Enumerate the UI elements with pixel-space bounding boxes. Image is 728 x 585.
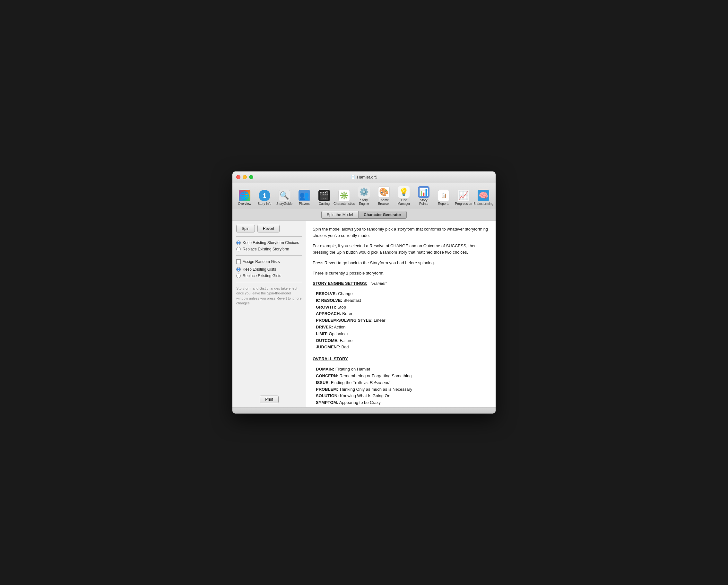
toolbar-theme-browser[interactable]: 🎨 Theme Browser [374, 185, 393, 207]
toolbar-story-points[interactable]: 📊 Story Points [414, 185, 433, 207]
characteristics-icon: ✳️ [338, 190, 350, 201]
revert-button[interactable]: Revert [257, 225, 280, 232]
toolbar-overview[interactable]: 🌐 Overview [235, 188, 254, 207]
gists-radio-group: Keep Existing Gists Replace Existing Gis… [236, 267, 302, 278]
overall-story-item: SOLUTION: Knowing What Is Going On [313, 393, 489, 400]
toolbar-characteristics[interactable]: ✳️ Characteristics [335, 188, 354, 207]
toolbar-story-engine[interactable]: ⚙️ Story Engine [354, 185, 374, 207]
help-text: Storyform and Gist changes take effect o… [236, 286, 302, 306]
players-label: Players [299, 202, 309, 205]
close-button[interactable] [236, 175, 240, 179]
maximize-button[interactable] [249, 175, 253, 179]
theme-browser-label: Theme Browser [377, 198, 391, 205]
story-engine-icon: ⚙️ [358, 186, 370, 198]
story-engine-item: DRIVER: Action [313, 324, 489, 331]
overall-story-header: OVERALL STORY [313, 356, 348, 361]
toolbar-story-guide[interactable]: 🔍 StoryGuide [275, 188, 294, 207]
intro-para-4: There is currently 1 possible storyform. [313, 270, 489, 276]
story-guide-label: StoryGuide [276, 202, 292, 205]
right-panel[interactable]: Spin the model allows you to randomly pi… [306, 221, 496, 407]
story-engine-item: APPROACH: Be-er [313, 310, 489, 317]
storyform-radio-group: Keep Existing Storyform Choices Replace … [236, 240, 302, 251]
main-toolbar: 🌐 Overview ℹ Story Info 🔍 StoryGuide 👥 P… [232, 183, 496, 209]
divider-2 [236, 255, 302, 256]
intro-para-2: For example, if you selected a Resolve o… [313, 243, 489, 256]
story-engine-label: Story Engine [357, 198, 371, 205]
overall-story-item: DOMAIN: Fixating on Hamlet [313, 366, 489, 373]
toolbar-gist-manager[interactable]: 💡 Gist Manager [394, 185, 413, 207]
spin-button[interactable]: Spin [236, 225, 255, 232]
keep-gists-radio[interactable] [236, 267, 241, 272]
gist-manager-icon: 💡 [398, 186, 410, 198]
window-title-text: Hamlet.dr5 [357, 175, 378, 179]
story-engine-header: STORY ENGINE SETTINGS: [313, 281, 367, 286]
progression-icon: 📈 [458, 190, 469, 201]
assign-random-gists-option[interactable]: Assign Random Gists [236, 259, 302, 264]
app-window: Hamlet.dr5 🌐 Overview ℹ Story Info 🔍 Sto… [232, 172, 496, 413]
keep-existing-radio[interactable] [236, 240, 241, 245]
toolbar-progression[interactable]: 📈 Progression [454, 188, 473, 207]
progression-label: Progression [455, 202, 472, 205]
story-engine-item: IC RESOLVE: Steadfast [313, 297, 489, 304]
intro-para-3: Press Revert to go back to the Storyform… [313, 260, 489, 266]
intro-para-1: Spin the model allows you to randomly pi… [313, 226, 489, 239]
main-content: Spin Revert Keep Existing Storyform Choi… [232, 221, 496, 407]
keep-existing-storyform-option[interactable]: Keep Existing Storyform Choices [236, 240, 302, 245]
story-engine-section: STORY ENGINE SETTINGS: "Hamlet" RESOLVE:… [313, 280, 489, 351]
left-panel: Spin Revert Keep Existing Storyform Choi… [232, 221, 306, 407]
story-engine-item: JUDGMENT: Bad [313, 344, 489, 351]
story-engine-item: GROWTH: Stop [313, 304, 489, 311]
assign-random-gists-label: Assign Random Gists [243, 259, 280, 264]
brainstorming-label: Brainstorming [473, 202, 493, 205]
overall-story-item: PROBLEM: Thinking Only as much as is Nec… [313, 386, 489, 393]
divider-1 [236, 236, 302, 237]
brainstorming-icon: 🧠 [478, 190, 489, 201]
story-engine-item: PROBLEM-SOLVING STYLE: Linear [313, 317, 489, 324]
reports-label: Reports [438, 202, 449, 205]
overall-story-item: RESPONSE: Discovering What Is Really Goi… [313, 406, 489, 407]
tab-character-generator[interactable]: Character Generator [358, 211, 407, 219]
story-points-icon: 📊 [418, 186, 430, 198]
gist-manager-label: Gist Manager [397, 198, 411, 205]
replace-existing-storyform-option[interactable]: Replace Existing Storyform [236, 247, 302, 251]
toolbar-story-info[interactable]: ℹ Story Info [255, 188, 274, 207]
story-engine-item: OUTCOME: Failure [313, 337, 489, 344]
print-button[interactable]: Print [260, 396, 279, 403]
toolbar-brainstorming[interactable]: 🧠 Brainstorming [474, 188, 493, 207]
story-engine-item: RESOLVE: Change [313, 290, 489, 297]
divider-3 [236, 282, 302, 282]
replace-existing-gists-option[interactable]: Replace Existing Gists [236, 274, 302, 278]
characteristics-label: Characteristics [334, 202, 355, 205]
replace-existing-radio[interactable] [236, 247, 241, 251]
reports-icon: 📋 [438, 190, 449, 201]
keep-gists-label: Keep Existing Gists [243, 267, 276, 272]
story-engine-items: RESOLVE: ChangeIC RESOLVE: SteadfastGROW… [313, 290, 489, 351]
print-button-wrapper: Print [236, 396, 302, 403]
toolbar-reports[interactable]: 📋 Reports [434, 188, 453, 207]
overall-story-item: ISSUE: Finding the Truth vs. Falsehood [313, 380, 489, 386]
replace-gists-radio[interactable] [236, 274, 241, 278]
theme-browser-icon: 🎨 [378, 186, 390, 198]
toolbar-help[interactable]: ❓ Help [494, 188, 496, 207]
assign-random-gists-checkbox[interactable] [236, 259, 241, 264]
keep-existing-gists-option[interactable]: Keep Existing Gists [236, 267, 302, 272]
overall-story-items: DOMAIN: Fixating on HamletCONCERN: Remem… [313, 366, 489, 407]
overall-story-item: CONCERN: Remembering or Forgetting Somet… [313, 373, 489, 380]
window-title: Hamlet.dr5 [351, 175, 378, 179]
toolbar-players[interactable]: 👥 Players [295, 188, 314, 207]
overall-story-section: OVERALL STORY DOMAIN: Fixating on Hamlet… [313, 356, 489, 407]
toolbar-casting[interactable]: 🎬 Casting [315, 188, 334, 207]
minimize-button[interactable] [243, 175, 247, 179]
story-engine-title: "Hamlet" [371, 281, 387, 286]
replace-existing-label: Replace Existing Storyform [243, 247, 289, 251]
overview-label: Overview [238, 202, 251, 205]
tab-spin-the-model[interactable]: Spin-the-Model [321, 211, 358, 219]
window-controls [236, 175, 253, 179]
players-icon: 👥 [298, 190, 310, 201]
keep-existing-label: Keep Existing Storyform Choices [243, 240, 299, 245]
sub-tab-bar: Spin-the-Model Character Generator [232, 209, 496, 221]
story-engine-item: LIMIT: Optionlock [313, 331, 489, 337]
overview-icon: 🌐 [239, 190, 250, 201]
replace-gists-label: Replace Existing Gists [243, 274, 281, 278]
status-bar [232, 407, 496, 413]
